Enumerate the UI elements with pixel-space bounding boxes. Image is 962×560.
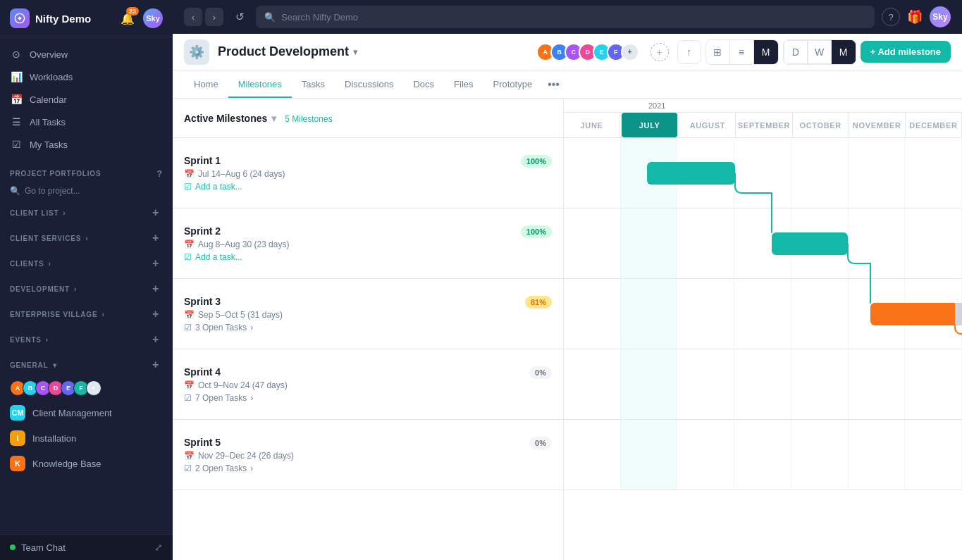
share-btn[interactable]: ↑: [677, 40, 701, 64]
project-tabs: Home Milestones Tasks Discussions Docs F…: [173, 70, 962, 99]
enterprise-village-arrow: ›: [101, 311, 104, 318]
sprint5-open-tasks[interactable]: ☑ 2 Open Tasks ›: [184, 463, 294, 473]
tab-files[interactable]: Files: [444, 72, 483, 98]
help-btn[interactable]: ?: [882, 8, 900, 26]
month-view-btn[interactable]: M: [754, 40, 778, 64]
sprint3-progress: 81%: [525, 296, 552, 309]
events-add-btn[interactable]: +: [149, 332, 163, 347]
list-view-btn[interactable]: ≡: [730, 40, 754, 64]
day-view-btn[interactable]: D: [784, 40, 808, 64]
overview-label: Overview: [30, 49, 68, 60]
project-header: ⚙️ Product Development ▾ A B C D E F + +…: [173, 34, 962, 70]
sprint3-bar-gray: [955, 303, 962, 325]
section-label-events: EVENTS: [10, 336, 42, 344]
sprint3-open-tasks[interactable]: ☑ 3 Open Tasks ›: [184, 323, 283, 332]
add-milestone-btn[interactable]: + Add milestone: [861, 41, 951, 63]
sidebar-item-client-management[interactable]: CM Client Management: [0, 400, 173, 425]
client-services-add-btn[interactable]: +: [149, 231, 163, 245]
project-actions: ↑ ⊞ ≡ M D W M + Add milestone: [677, 39, 951, 65]
col-dec-5: [905, 420, 962, 490]
team-chat-status-dot: [10, 545, 16, 550]
sidebar-item-all-tasks[interactable]: ☰ All Tasks: [0, 111, 173, 133]
col-aug-5: [677, 420, 734, 490]
sidebar-item-calendar[interactable]: 📅 Calendar: [0, 88, 173, 111]
project-dropdown-btn[interactable]: ▾: [353, 46, 358, 57]
general-add-btn[interactable]: +: [149, 358, 163, 372]
gantt-timeline: 2021 JUNE JULY AUGUST SEPTEMBER OCTOBER …: [564, 99, 962, 560]
sidebar-item-installation[interactable]: I Installation: [0, 425, 173, 451]
active-milestones-label: Active Milestones ▾: [184, 113, 276, 124]
tab-discussions[interactable]: Discussions: [335, 72, 403, 98]
col-sep-4: [734, 349, 791, 419]
client-list-add-btn[interactable]: +: [149, 206, 163, 220]
gift-icon[interactable]: 🎁: [907, 9, 923, 25]
tab-prototype[interactable]: Prototype: [483, 72, 543, 98]
col-nov-2: [849, 209, 906, 278]
tab-home[interactable]: Home: [184, 72, 228, 98]
all-tasks-icon: ☰: [10, 116, 23, 127]
app-name: Nifty Demo: [35, 13, 112, 25]
col-june-3: [564, 279, 621, 349]
sidebar-item-knowledge-base[interactable]: K Knowledge Base: [0, 451, 173, 476]
sprint2-add-task[interactable]: ☑ Add a task...: [184, 252, 289, 262]
timeline-body: [564, 138, 962, 560]
timeline-row-2: [564, 209, 962, 279]
col-dec-1: [905, 138, 962, 208]
user-avatar[interactable]: Sky: [143, 8, 163, 28]
calendar-icon-s5: 📅: [184, 451, 195, 461]
workloads-icon: 📊: [10, 71, 23, 82]
milestones-header: Active Milestones ▾ 5 Milestones: [173, 99, 563, 138]
tab-more-btn[interactable]: •••: [542, 71, 565, 98]
sprint4-progress: 0%: [529, 366, 552, 379]
gantt-rows: Sprint 1 📅 Jul 14–Aug 6 (24 days) ☑ Add …: [173, 138, 563, 560]
enterprise-village-add-btn[interactable]: +: [149, 307, 163, 321]
checklist-icon-s4: ☑: [184, 393, 192, 403]
clients-add-btn[interactable]: +: [149, 256, 163, 270]
add-member-btn[interactable]: +: [650, 43, 669, 61]
sprint-row-2: Sprint 2 📅 Aug 8–Aug 30 (23 days) ☑ Add …: [173, 209, 563, 279]
nav-back-btn[interactable]: ‹: [184, 8, 202, 26]
col-oct-4: [791, 349, 849, 419]
col-june-5: [564, 420, 621, 490]
month-period-btn[interactable]: M: [832, 40, 856, 64]
overview-icon: ⊙: [10, 49, 23, 60]
tab-docs[interactable]: Docs: [403, 72, 444, 98]
team-chat-bar[interactable]: Team Chat ⤢: [0, 534, 173, 560]
tab-milestones[interactable]: Milestones: [228, 72, 292, 98]
global-search[interactable]: 🔍 Search Nifty Demo: [256, 6, 875, 28]
sidebar-item-overview[interactable]: ⊙ Overview: [0, 43, 173, 66]
sprint1-add-task[interactable]: ☑ Add a task...: [184, 182, 285, 192]
grid-view-btn[interactable]: ⊞: [706, 40, 730, 64]
col-oct-3: [791, 279, 849, 349]
knowledge-base-label: Knowledge Base: [32, 459, 101, 469]
sidebar-item-workloads[interactable]: 📊 Workloads: [0, 66, 173, 88]
collapse-icon[interactable]: ▾: [271, 113, 276, 124]
section-enterprise-village: ENTERPRISE VILLAGE › +: [0, 303, 173, 325]
sprint2-bar[interactable]: [772, 232, 848, 255]
tab-tasks[interactable]: Tasks: [292, 72, 335, 98]
header-icons: 🔔 23 Sky: [118, 8, 163, 28]
topbar-user-avatar[interactable]: Sky: [930, 6, 951, 27]
sprint1-dates: 📅 Jul 14–Aug 6 (24 days): [184, 169, 285, 179]
sprint2-progress: 100%: [521, 225, 552, 238]
nav-forward-btn[interactable]: ›: [205, 8, 223, 26]
project-search[interactable]: 🔍 Go to project...: [0, 183, 173, 199]
search-icon: 🔍: [10, 186, 20, 196]
timeline-header: 2021 JUNE JULY AUGUST SEPTEMBER OCTOBER …: [564, 99, 962, 138]
sprint3-bar-orange[interactable]: [870, 303, 955, 325]
my-tasks-label: My Tasks: [30, 139, 68, 150]
col-oct-1: [791, 138, 849, 208]
notification-bell[interactable]: 🔔 23: [118, 8, 137, 28]
sprint1-bar[interactable]: [647, 162, 735, 185]
chevron-icon-s3: ›: [250, 323, 253, 332]
sprint5-dates: 📅 Nov 29–Dec 24 (26 days): [184, 451, 294, 461]
development-add-btn[interactable]: +: [149, 282, 163, 296]
history-btn[interactable]: ↺: [230, 8, 249, 26]
sprint5-progress: 0%: [529, 437, 552, 449]
sprint4-open-tasks[interactable]: ☑ 7 Open Tasks ›: [184, 393, 288, 403]
col-july-4: [621, 349, 678, 419]
sidebar-item-my-tasks[interactable]: ☑ My Tasks: [0, 133, 173, 156]
section-label-development: DEVELOPMENT: [10, 285, 70, 293]
week-view-btn[interactable]: W: [808, 40, 832, 64]
col-aug-3: [677, 279, 734, 349]
